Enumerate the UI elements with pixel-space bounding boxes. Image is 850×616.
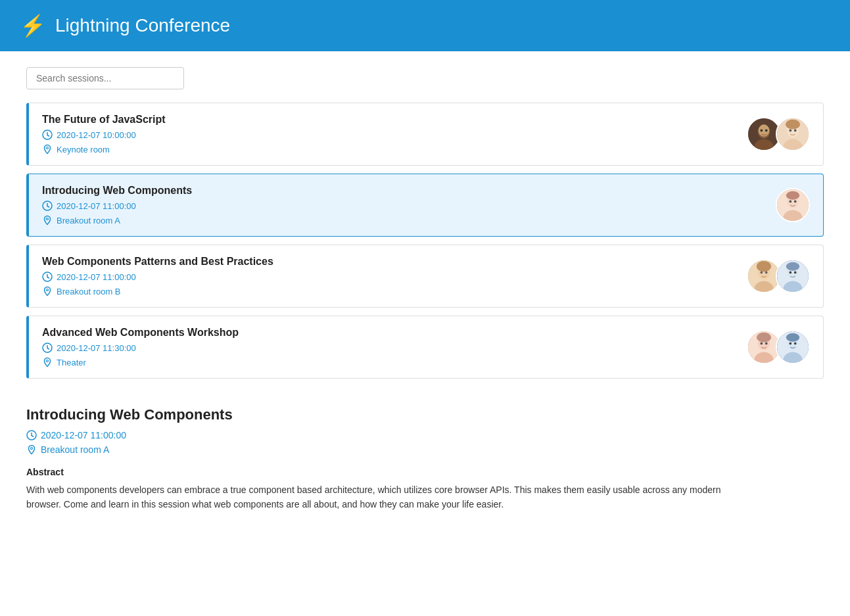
session-list: The Future of JavaScript 2020-12-07 10:0… xyxy=(26,103,824,387)
svg-point-7 xyxy=(765,130,768,132)
abstract-label: Abstract xyxy=(26,467,824,477)
svg-point-49 xyxy=(794,343,797,345)
session-title: Web Components Patterns and Best Practic… xyxy=(42,256,273,268)
speaker-avatars xyxy=(747,117,810,151)
session-info: Advanced Web Components Workshop 2020-12… xyxy=(42,327,239,367)
session-title: Introducing Web Components xyxy=(42,185,192,197)
svg-point-12 xyxy=(789,130,791,132)
session-datetime: 2020-12-07 10:00:00 xyxy=(42,130,166,140)
svg-point-35 xyxy=(794,272,797,274)
svg-point-21 xyxy=(794,201,797,203)
svg-point-29 xyxy=(765,272,768,274)
location-icon xyxy=(42,357,53,367)
clock-icon xyxy=(26,430,37,440)
svg-point-48 xyxy=(789,343,791,345)
svg-point-51 xyxy=(31,448,33,450)
session-info: The Future of JavaScript 2020-12-07 10:0… xyxy=(42,114,166,154)
svg-point-47 xyxy=(786,333,799,342)
clock-icon xyxy=(42,201,53,211)
clock-icon xyxy=(42,130,53,140)
session-location: Keynote room xyxy=(42,144,166,154)
detail-datetime: 2020-12-07 11:00:00 xyxy=(26,430,824,440)
speaker-avatars xyxy=(776,188,810,222)
location-icon xyxy=(42,286,53,296)
main-content: The Future of JavaScript 2020-12-07 10:0… xyxy=(0,51,850,534)
session-info: Introducing Web Components 2020-12-07 11… xyxy=(42,185,192,225)
detail-location: Breakout room A xyxy=(26,444,824,455)
svg-point-19 xyxy=(786,191,799,200)
svg-point-15 xyxy=(47,218,49,220)
session-title: Advanced Web Components Workshop xyxy=(42,327,239,339)
svg-point-11 xyxy=(786,120,800,130)
svg-point-27 xyxy=(757,261,771,272)
session-location: Breakout room A xyxy=(42,215,192,225)
app-header: ⚡ Lightning Conference xyxy=(0,0,850,51)
speaker-avatar xyxy=(776,259,810,293)
svg-point-41 xyxy=(757,333,771,343)
svg-point-1 xyxy=(47,147,49,149)
search-input[interactable] xyxy=(26,67,184,89)
session-datetime: 2020-12-07 11:00:00 xyxy=(42,272,273,282)
svg-point-42 xyxy=(760,343,763,345)
speaker-avatar xyxy=(776,330,810,364)
svg-point-23 xyxy=(47,289,49,291)
session-location: Breakout room B xyxy=(42,286,273,296)
speaker-avatars xyxy=(747,330,810,364)
session-datetime: 2020-12-07 11:30:00 xyxy=(42,343,239,353)
svg-point-37 xyxy=(47,360,49,362)
svg-point-20 xyxy=(789,201,791,203)
svg-point-43 xyxy=(765,343,768,345)
svg-point-33 xyxy=(786,262,799,271)
clock-icon xyxy=(42,272,53,282)
location-icon xyxy=(42,144,53,154)
detail-section: Introducing Web Components 2020-12-07 11… xyxy=(26,400,824,519)
session-card[interactable]: Web Components Patterns and Best Practic… xyxy=(26,245,824,308)
location-icon xyxy=(42,215,53,225)
app-title: Lightning Conference xyxy=(55,15,230,36)
svg-point-13 xyxy=(794,130,797,132)
lightning-icon: ⚡ xyxy=(20,13,46,38)
session-location: Theater xyxy=(42,357,239,367)
svg-point-28 xyxy=(760,272,763,274)
session-card[interactable]: The Future of JavaScript 2020-12-07 10:0… xyxy=(26,103,824,166)
abstract-text: With web components developers can embra… xyxy=(26,483,749,512)
location-icon xyxy=(26,444,37,455)
svg-point-6 xyxy=(760,130,763,132)
detail-title: Introducing Web Components xyxy=(26,406,824,423)
session-title: The Future of JavaScript xyxy=(42,114,166,126)
session-card[interactable]: Introducing Web Components 2020-12-07 11… xyxy=(26,174,824,237)
speaker-avatar xyxy=(776,117,810,151)
speaker-avatars xyxy=(747,259,810,293)
clock-icon xyxy=(42,343,53,353)
session-card[interactable]: Advanced Web Components Workshop 2020-12… xyxy=(26,316,824,379)
svg-point-34 xyxy=(789,272,791,274)
session-info: Web Components Patterns and Best Practic… xyxy=(42,256,273,296)
session-datetime: 2020-12-07 11:00:00 xyxy=(42,201,192,211)
speaker-avatar xyxy=(776,188,810,222)
